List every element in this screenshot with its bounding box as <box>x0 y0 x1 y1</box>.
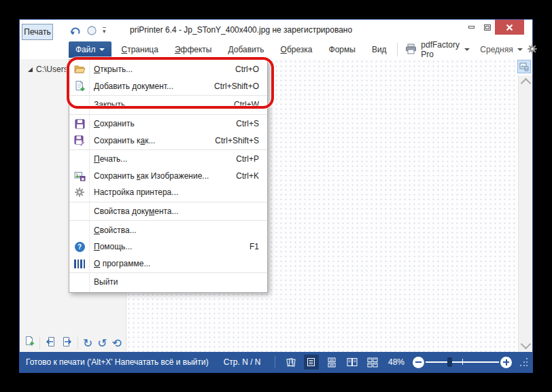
title-bar: ▾ priPrinter 6.4 - Jp_STonY_400x400.jpg … <box>20 20 532 40</box>
add-document-icon[interactable] <box>24 336 35 350</box>
sidebar-toolbar: ↻ ↺ ⟲ <box>24 336 122 350</box>
refresh-icon[interactable]: ⟲ <box>112 338 122 349</box>
zoom-slider-thumb[interactable] <box>447 357 452 367</box>
menu-item-close[interactable]: Закрыть Ctrl+W <box>69 96 267 113</box>
app-window: ▾ priPrinter 6.4 - Jp_STonY_400x400.jpg … <box>19 19 533 373</box>
gear-icon <box>69 187 90 198</box>
scroll-up-icon[interactable] <box>521 78 532 89</box>
menu-effects[interactable]: Эффекты <box>169 42 218 57</box>
menu-item-save-as-image[interactable]: Сохранить как Изображение... Ctrl+K <box>69 168 267 185</box>
menu-item-document-properties[interactable]: Свойства документа... <box>69 203 267 220</box>
document-add-icon <box>69 80 90 92</box>
view-continuous-icon[interactable] <box>324 355 339 370</box>
customize-quick-access-icon[interactable]: ▾ <box>103 27 106 35</box>
move-page-right-icon[interactable] <box>61 336 73 350</box>
divider <box>397 43 398 56</box>
restore-button[interactable] <box>479 20 495 35</box>
save-image-icon <box>69 171 90 181</box>
preview-image-button[interactable] <box>517 60 531 73</box>
quick-access-toolbar: ▾ <box>69 23 106 38</box>
window-title: priPrinter 6.4 - Jp_STonY_400x400.jpg не… <box>130 25 352 35</box>
zoom-level: 48% <box>388 357 404 367</box>
divider <box>275 356 275 368</box>
menu-bar: Файл Страница Эффекты Добавить Обрезка Ф… <box>20 40 532 59</box>
menu-forms[interactable]: Формы <box>323 42 362 57</box>
caption-buttons <box>464 20 524 35</box>
page-indicator: Стр. N / N <box>224 357 261 367</box>
menu-item-add-document[interactable]: Добавить документ... Ctrl+Shift+O <box>69 78 267 95</box>
menu-item-save[interactable]: Сохранить Ctrl+S <box>69 115 267 132</box>
chevron-down-icon <box>99 48 105 51</box>
menu-file[interactable]: Файл <box>69 41 111 58</box>
menu-view[interactable]: Вид <box>366 42 393 57</box>
quality-select[interactable]: Средняя <box>480 45 513 54</box>
menu-separator <box>69 149 267 150</box>
menu-separator <box>69 202 267 202</box>
undo-icon[interactable] <box>69 25 81 36</box>
help-icon: ? <box>75 242 85 252</box>
status-ready-text: Готово к печати ('Alt+X' Напечатать всё … <box>26 357 209 367</box>
menu-item-save-as[interactable]: Сохранить как... Ctrl+Shift+S <box>69 132 267 149</box>
printer-select-caret-icon[interactable] <box>464 48 470 51</box>
view-thumbnails-icon[interactable] <box>283 355 298 370</box>
divider <box>77 337 78 349</box>
save-as-icon <box>69 135 90 146</box>
menu-separator <box>69 272 267 273</box>
menu-separator <box>69 95 267 96</box>
rotate-clockwise-icon[interactable]: ↻ <box>83 338 92 349</box>
tree-expand-icon[interactable] <box>28 67 33 72</box>
menu-separator <box>69 114 267 115</box>
menu-item-help[interactable]: ? Помощь... F1 <box>69 238 267 255</box>
minimize-icon <box>468 26 475 29</box>
printer-icon <box>405 43 417 56</box>
folder-open-icon <box>69 65 90 74</box>
printer-toolbar: pdfFactory Pro Средняя <box>393 40 547 59</box>
file-menu-dropdown: Открыть... Ctrl+O Добавить документ... C… <box>69 59 268 293</box>
zoom-slider-track[interactable] <box>426 361 499 363</box>
divider <box>39 337 40 349</box>
menu-page[interactable]: Страница <box>116 42 165 57</box>
view-single-page-icon[interactable] <box>304 355 319 370</box>
printer-settings-gear-icon[interactable] <box>527 43 538 56</box>
about-barcode-icon <box>74 259 85 268</box>
menu-item-print[interactable]: Печать... Ctrl+P <box>69 151 267 168</box>
view-multiple-pages-icon[interactable] <box>365 355 380 370</box>
zoom-out-button[interactable] <box>413 357 424 368</box>
vertical-scrollbar[interactable] <box>518 75 532 352</box>
menu-item-about[interactable]: О программе... <box>69 255 267 272</box>
save-icon <box>69 119 90 129</box>
quality-select-caret-icon[interactable] <box>517 48 523 51</box>
zoom-slider-center-tick <box>462 359 463 365</box>
view-facing-pages-icon[interactable] <box>345 355 360 370</box>
close-icon <box>506 24 513 31</box>
shape-circle-icon[interactable] <box>86 25 97 36</box>
resize-grip[interactable] <box>520 358 528 366</box>
status-bar: Готово к печати ('Alt+X' Напечатать всё … <box>20 352 532 372</box>
tree-item-label: C:\Users <box>36 65 68 74</box>
minimize-button[interactable] <box>464 20 479 35</box>
scroll-down-icon[interactable] <box>521 339 532 350</box>
printer-select[interactable]: pdfFactory Pro <box>421 40 460 59</box>
image-icon <box>519 63 529 71</box>
close-button[interactable] <box>495 20 524 35</box>
menu-separator <box>69 220 267 221</box>
menu-crop[interactable]: Обрезка <box>275 42 319 57</box>
statusbar-right: 48% <box>275 355 532 370</box>
menu-insert[interactable]: Добавить <box>222 42 270 57</box>
print-quick-button[interactable]: Печать <box>22 24 53 40</box>
move-page-left-icon[interactable] <box>45 336 56 350</box>
menu-item-exit[interactable]: Выйти <box>69 274 267 291</box>
menu-item-properties[interactable]: Свойства... <box>69 221 267 238</box>
restore-icon <box>484 24 491 31</box>
menu-file-label: Файл <box>75 45 96 54</box>
menu-item-open[interactable]: Открыть... Ctrl+O <box>69 61 267 78</box>
rotate-counterclockwise-icon[interactable]: ↺ <box>97 338 107 349</box>
zoom-slider <box>413 357 512 368</box>
zoom-in-button[interactable] <box>500 357 512 368</box>
menu-item-printer-setup[interactable]: Настройка принтера... <box>69 184 267 201</box>
